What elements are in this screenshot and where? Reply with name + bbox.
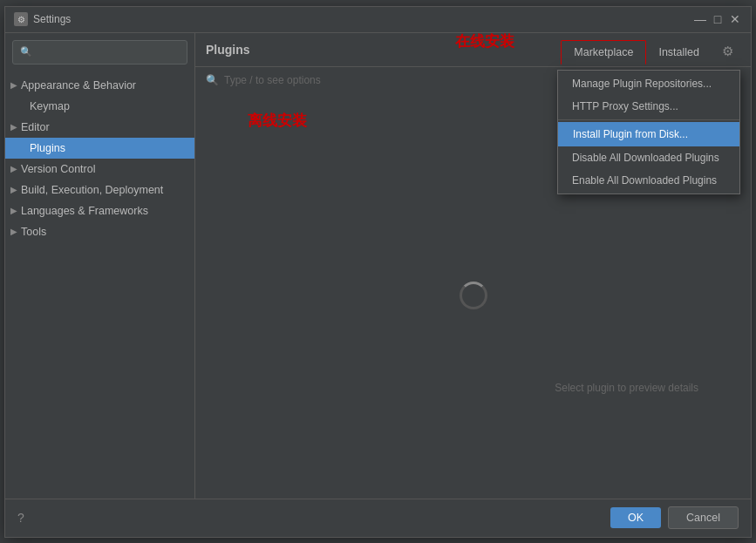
arrow-icon: ▶ (10, 80, 17, 90)
spinner (460, 282, 487, 309)
annotation-offline: 离线安装 (248, 112, 307, 129)
sidebar: 🔍 ▶ Appearance & Behavior Keymap ▶ Edito… (5, 33, 195, 499)
arrow-icon: ▶ (10, 122, 17, 132)
arrow-icon: ▶ (10, 164, 17, 173)
sidebar-item-plugins[interactable]: Plugins (5, 138, 194, 159)
sidebar-item-appearance[interactable]: ▶ Appearance & Behavior (5, 75, 194, 96)
sidebar-search-input[interactable] (36, 46, 180, 58)
sidebar-item-keymap[interactable]: Keymap (5, 96, 194, 117)
sidebar-items: ▶ Appearance & Behavior Keymap ▶ Editor … (5, 71, 194, 499)
maximize-button[interactable]: □ (711, 12, 725, 26)
plugin-search-icon: 🔍 (206, 74, 219, 86)
dropdown-item-http-proxy[interactable]: HTTP Proxy Settings... (558, 95, 739, 118)
cancel-button[interactable]: Cancel (668, 506, 739, 529)
sidebar-search-icon: 🔍 (20, 46, 32, 58)
tabs-and-gear: Marketplace Installed ⚙ (561, 40, 740, 66)
title-bar-left: ⚙ Settings (14, 12, 71, 26)
plugins-title: Plugins (206, 43, 250, 64)
preview-text: Select plugin to preview details (555, 382, 698, 394)
sidebar-item-label: Keymap (30, 100, 70, 112)
dropdown-item-manage-repos[interactable]: Manage Plugin Repositories... (558, 72, 739, 95)
main-panel: 在线安装 Plugins Marketplace Installed ⚙ (195, 33, 751, 499)
sidebar-search-box[interactable]: 🔍 (12, 40, 187, 64)
dropdown-item-enable-all[interactable]: Enable All Downloaded Plugins (558, 169, 739, 192)
sidebar-item-label: Plugins (30, 142, 65, 154)
sidebar-item-label: Languages & Frameworks (21, 205, 148, 217)
footer: ? OK Cancel (5, 499, 751, 537)
dropdown-divider (558, 119, 739, 120)
window-title: Settings (33, 13, 71, 25)
tabs: Marketplace Installed (561, 40, 712, 65)
sidebar-item-tools[interactable]: ▶ Tools (5, 221, 194, 242)
ok-button[interactable]: OK (610, 507, 661, 528)
arrow-icon: ▶ (10, 185, 17, 194)
tab-marketplace[interactable]: Marketplace (561, 40, 646, 65)
dropdown-menu: Manage Plugin Repositories... HTTP Proxy… (557, 70, 740, 194)
tab-installed[interactable]: Installed (646, 41, 712, 65)
sidebar-item-label: Version Control (21, 163, 95, 175)
sidebar-item-build[interactable]: ▶ Build, Execution, Deployment (5, 180, 194, 200)
close-button[interactable]: ✕ (728, 12, 742, 26)
sidebar-item-label: Appearance & Behavior (21, 79, 136, 92)
plugin-search-placeholder: Type / to see options (224, 74, 321, 86)
content-area: 🔍 ▶ Appearance & Behavior Keymap ▶ Edito… (5, 33, 751, 499)
title-bar: ⚙ Settings — □ ✕ (5, 7, 751, 33)
footer-buttons: OK Cancel (610, 506, 739, 529)
arrow-icon: ▶ (10, 206, 17, 215)
help-button[interactable]: ? (17, 511, 24, 525)
sidebar-item-label: Build, Execution, Deployment (21, 184, 163, 196)
dropdown-item-disable-all[interactable]: Disable All Downloaded Plugins (558, 146, 739, 169)
window-controls: — □ ✕ (693, 12, 742, 26)
sidebar-item-languages[interactable]: ▶ Languages & Frameworks (5, 200, 194, 221)
loading-spinner (460, 282, 487, 309)
sidebar-item-label: Tools (21, 226, 46, 238)
sidebar-item-editor[interactable]: ▶ Editor (5, 117, 194, 138)
settings-window: ⚙ Settings — □ ✕ 🔍 ▶ Appearance & Behavi… (4, 6, 752, 538)
settings-window-icon: ⚙ (14, 12, 28, 26)
sidebar-item-version-control[interactable]: ▶ Version Control (5, 159, 194, 180)
sidebar-item-label: Editor (21, 121, 50, 133)
plugins-header: Plugins Marketplace Installed ⚙ (195, 33, 751, 67)
main-inner: Plugins Marketplace Installed ⚙ 🔍 Type /… (195, 33, 751, 499)
arrow-icon: ▶ (10, 227, 17, 236)
minimize-button[interactable]: — (693, 12, 707, 26)
dropdown-item-install-from-disk[interactable]: Install Plugin from Disk... (558, 122, 739, 146)
gear-button[interactable]: ⚙ (715, 40, 740, 63)
